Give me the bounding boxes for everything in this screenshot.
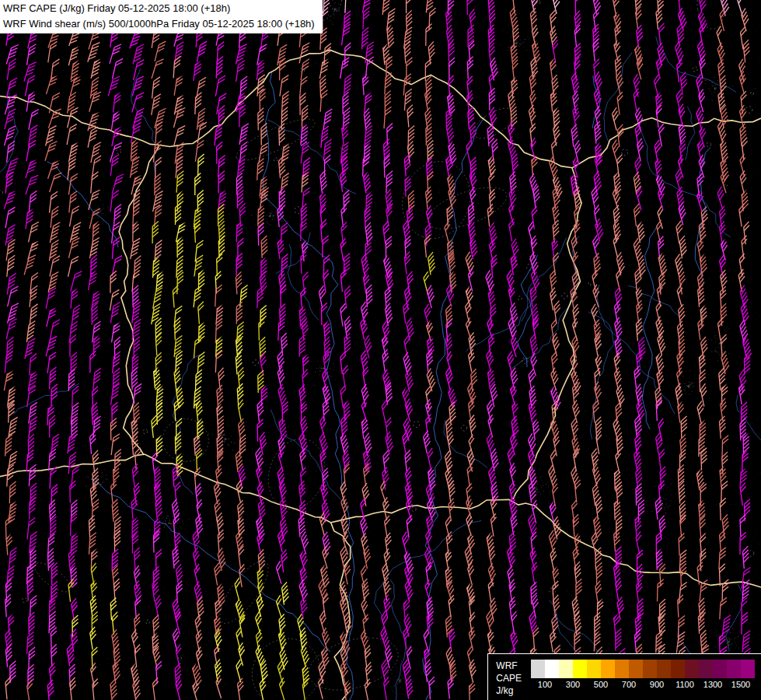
legend-cell-12 [699,660,713,678]
legend-label-unit: J/kg [496,684,522,697]
legend-tick-1500: 1500 [731,680,750,689]
legend-colorbar [531,660,755,678]
legend-tick-900: 900 [650,680,664,689]
legend-cell-14 [727,660,741,678]
legend-cell-4 [587,660,601,678]
title-line-cape: WRF CAPE (J/kg) Friday 05-12-2025 18:00 … [3,1,315,16]
legend-cell-1 [545,660,559,678]
legend-ticks: 100300500700900110013001500 [531,679,755,691]
legend-cell-9 [657,660,671,678]
legend-cell-13 [713,660,727,678]
legend-tick-100: 100 [538,680,552,689]
legend-cell-2 [559,660,573,678]
title-box: WRF CAPE (J/kg) Friday 05-12-2025 18:00 … [0,0,323,33]
wrf-map: WRF CAPE (J/kg) Friday 05-12-2025 18:00 … [0,0,761,700]
legend-tick-1300: 1300 [703,680,722,689]
legend-barwrap: 100300500700900110013001500 [531,660,755,691]
legend-cell-11 [685,660,699,678]
legend-cell-8 [643,660,657,678]
legend-tick-700: 700 [622,680,636,689]
legend-tick-500: 500 [594,680,608,689]
legend-tick-300: 300 [566,680,580,689]
map-canvas [0,0,761,700]
legend-label-parameter: CAPE [496,672,522,684]
legend-labels: WRF CAPE J/kg [496,660,522,697]
legend-cell-0 [531,660,545,678]
legend-label-model: WRF [496,660,522,672]
legend-cell-3 [573,660,587,678]
legend-cell-6 [615,660,629,678]
legend-cell-5 [601,660,615,678]
legend-cell-7 [629,660,643,678]
legend-cell-10 [671,660,685,678]
legend-tick-1100: 1100 [675,680,694,689]
legend: WRF CAPE J/kg 10030050070090011001300150… [487,653,761,700]
legend-cell-15 [741,660,755,678]
title-line-shear: WRF Wind shear (m/s) 500/1000hPa Friday … [3,16,315,32]
